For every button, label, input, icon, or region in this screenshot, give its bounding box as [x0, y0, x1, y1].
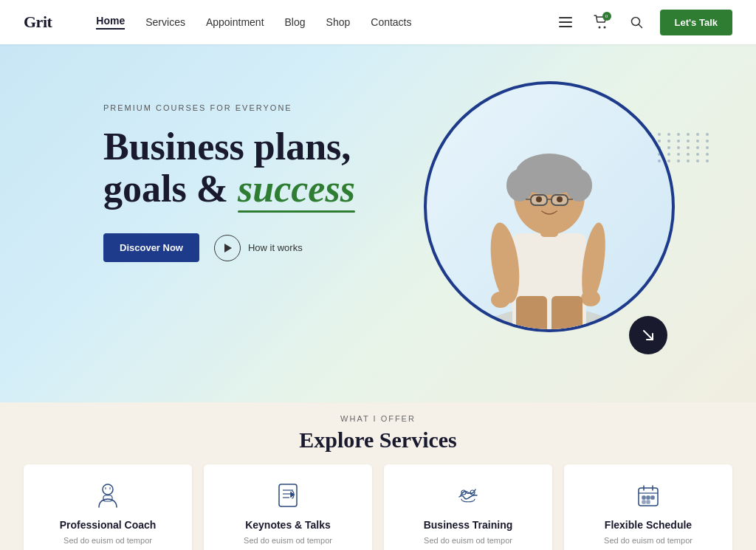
services-section: WHAT I OFFER Explore Services Profession…: [0, 402, 756, 550]
scroll-arrow[interactable]: [629, 316, 667, 354]
keynotes-icon: [272, 479, 304, 512]
services-eyebrow: WHAT I OFFER: [24, 414, 732, 423]
hero-actions: Discover Now How it works: [103, 233, 355, 262]
svg-point-11: [491, 292, 510, 308]
service-card-schedule[interactable]: Flexible Schedule Sed do euism od tempor: [564, 464, 732, 550]
how-it-works-label: How it works: [248, 242, 303, 253]
svg-point-12: [581, 290, 600, 306]
menu-icon[interactable]: [554, 10, 577, 34]
service-card-keynotes[interactable]: Keynotes & Talks Sed do euism od tempor: [204, 464, 372, 550]
training-icon: [452, 479, 484, 512]
main-nav: Home Services Appointment Blog Shop Cont…: [96, 15, 553, 30]
svg-line-27: [644, 331, 653, 340]
keynotes-name: Keynotes & Talks: [245, 519, 331, 531]
svg-point-24: [557, 196, 563, 202]
schedule-icon: [632, 479, 664, 512]
header-icons: 0: [554, 10, 648, 34]
svg-point-5: [631, 18, 639, 26]
nav-home[interactable]: Home: [96, 15, 125, 30]
svg-line-6: [639, 25, 642, 28]
search-icon[interactable]: [625, 10, 648, 34]
coach-icon: [92, 479, 124, 512]
schedule-desc: Sed do euism od tempor: [604, 535, 693, 546]
nav-shop[interactable]: Shop: [326, 16, 351, 28]
svg-rect-44: [651, 496, 654, 499]
dots-decoration: [658, 133, 712, 162]
svg-point-4: [603, 27, 605, 29]
hero-section: PREMIUM COURSES FOR EVERYONE Business pl…: [0, 44, 756, 421]
coach-desc: Sed do euism od tempor: [63, 535, 152, 546]
service-card-coach[interactable]: Professional Coach Sed do euism od tempo…: [24, 464, 192, 550]
svg-rect-43: [647, 496, 650, 499]
keynotes-desc: Sed do euism od tempor: [244, 535, 332, 546]
cta-button[interactable]: Let's Talk: [660, 10, 732, 35]
svg-rect-29: [103, 495, 112, 501]
nav-contacts[interactable]: Contacts: [371, 16, 411, 28]
discover-button[interactable]: Discover Now: [103, 233, 199, 262]
svg-rect-2: [559, 26, 572, 27]
services-header: WHAT I OFFER Explore Services: [24, 414, 732, 453]
cart-icon[interactable]: 0: [589, 10, 613, 34]
schedule-name: Flexible Schedule: [605, 519, 692, 531]
hero-accent: success: [238, 168, 355, 210]
svg-rect-0: [559, 17, 572, 18]
svg-rect-46: [647, 501, 650, 503]
service-card-training[interactable]: Business Training Sed do euism od tempor: [384, 464, 552, 550]
play-icon: [214, 235, 241, 261]
nav-appointment[interactable]: Appointment: [206, 16, 264, 28]
svg-point-16: [506, 169, 533, 202]
logo[interactable]: Grit: [24, 13, 52, 32]
hero-title: Business plans, goals & success: [103, 126, 355, 210]
nav-services[interactable]: Services: [145, 16, 185, 28]
svg-rect-26: [551, 296, 583, 329]
header: Grit Home Services Appointment Blog Shop…: [0, 0, 756, 44]
svg-rect-1: [559, 21, 572, 23]
arrow-down-right-icon: [641, 328, 656, 343]
training-desc: Sed do euism od tempor: [424, 535, 512, 546]
svg-rect-42: [642, 496, 645, 499]
services-title: Explore Services: [24, 427, 732, 453]
nav-blog[interactable]: Blog: [285, 16, 306, 28]
svg-point-17: [566, 169, 592, 202]
hero-image-container: [416, 59, 682, 384]
services-grid: Professional Coach Sed do euism od tempo…: [24, 464, 732, 550]
play-triangle: [224, 244, 232, 252]
svg-point-23: [536, 196, 542, 202]
svg-point-3: [598, 27, 600, 29]
hero-circle: [424, 81, 675, 332]
svg-rect-45: [642, 501, 645, 503]
hero-content: PREMIUM COURSES FOR EVERYONE Business pl…: [103, 103, 355, 262]
person-illustration: [446, 108, 653, 329]
svg-rect-25: [516, 296, 547, 329]
svg-point-28: [103, 484, 113, 495]
how-it-works-button[interactable]: How it works: [214, 235, 303, 261]
cart-badge: 0: [602, 12, 611, 21]
coach-name: Professional Coach: [60, 519, 157, 531]
training-name: Business Training: [424, 519, 513, 531]
hero-eyebrow: PREMIUM COURSES FOR EVERYONE: [103, 103, 355, 112]
